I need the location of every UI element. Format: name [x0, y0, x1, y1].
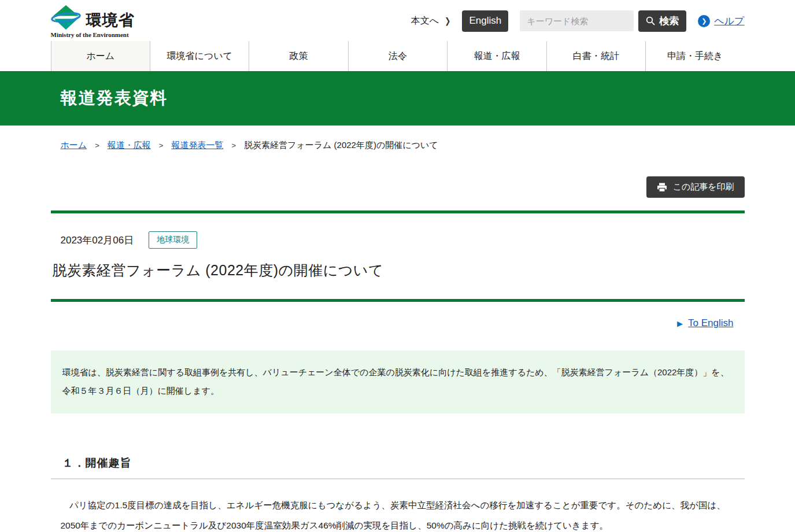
nav-item-laws[interactable]: 法令 [348, 41, 447, 71]
breadcrumb-separator: > [231, 141, 236, 150]
breadcrumb-separator: > [95, 141, 99, 150]
search-button[interactable]: 検索 [638, 10, 686, 32]
triangle-right-icon: ▶ [677, 319, 683, 328]
nav-item-procedures[interactable]: 申請・手続き [645, 41, 744, 71]
search-button-label: 検索 [659, 14, 679, 28]
print-button-label: この記事を印刷 [672, 182, 734, 193]
page-banner-title: 報道発表資料 [51, 87, 745, 110]
breadcrumb-link-press-list[interactable]: 報道発表一覧 [171, 140, 223, 151]
search-icon [646, 16, 655, 25]
divider-green-bottom [51, 299, 745, 302]
print-article-button[interactable]: この記事を印刷 [646, 176, 744, 198]
to-english-label: To English [688, 317, 733, 329]
chevron-right-icon: ❯ [445, 16, 450, 26]
breadcrumb: ホーム > 報道・広報 > 報道発表一覧 > 脱炭素経営フォーラム (2022年… [51, 140, 745, 151]
search-input[interactable] [520, 10, 634, 31]
breadcrumb-link-press[interactable]: 報道・広報 [108, 140, 151, 151]
help-link-label: ヘルプ [714, 14, 744, 28]
site-header: 環境省 Ministry of the Environment 本文へ ❯ En… [0, 0, 795, 71]
article-date: 2023年02月06日 [61, 234, 134, 247]
moe-logo-icon [51, 4, 81, 31]
page-banner: 報道発表資料 [0, 71, 795, 125]
section-body-paragraph: パリ協定の1.5度目標の達成を目指し、エネルギー危機克服にもつながるよう、炭素中… [51, 495, 745, 532]
nav-item-whitepaper[interactable]: 白書・統計 [546, 41, 645, 71]
skip-link-label: 本文へ [411, 15, 439, 27]
breadcrumb-link-home[interactable]: ホーム [61, 140, 87, 151]
nav-item-home[interactable]: ホーム [51, 41, 150, 71]
ministry-logo[interactable]: 環境省 Ministry of the Environment [51, 4, 135, 38]
nav-item-press[interactable]: 報道・広報 [447, 41, 546, 71]
summary-box: 環境省は、脱炭素経営に関する取組事例を共有し、バリューチェーン全体での企業の脱炭… [51, 350, 745, 413]
skip-to-content-link[interactable]: 本文へ ❯ [411, 15, 450, 27]
category-badge: 地球環境 [149, 231, 197, 249]
help-arrow-icon: ❯ [698, 15, 710, 27]
global-nav: ホーム 環境省について 政策 法令 報道・広報 白書・統計 申請・手続き [51, 41, 745, 71]
section-heading: １．開催趣旨 [51, 456, 745, 479]
nav-item-policy[interactable]: 政策 [249, 41, 347, 71]
divider-green-top [51, 210, 745, 213]
breadcrumb-separator: > [159, 141, 164, 150]
printer-icon [657, 183, 667, 192]
help-link[interactable]: ❯ ヘルプ [698, 14, 744, 28]
logo-subtitle: Ministry of the Environment [51, 31, 135, 38]
english-button[interactable]: English [462, 10, 508, 32]
nav-item-about[interactable]: 環境省について [150, 41, 249, 71]
search-group: 検索 [520, 10, 686, 32]
to-english-link[interactable]: ▶ To English [677, 317, 733, 329]
breadcrumb-current: 脱炭素経営フォーラム (2022年度)の開催について [244, 140, 438, 151]
logo-title: 環境省 [86, 13, 135, 31]
article-title: 脱炭素経営フォーラム (2022年度)の開催について [51, 261, 745, 280]
